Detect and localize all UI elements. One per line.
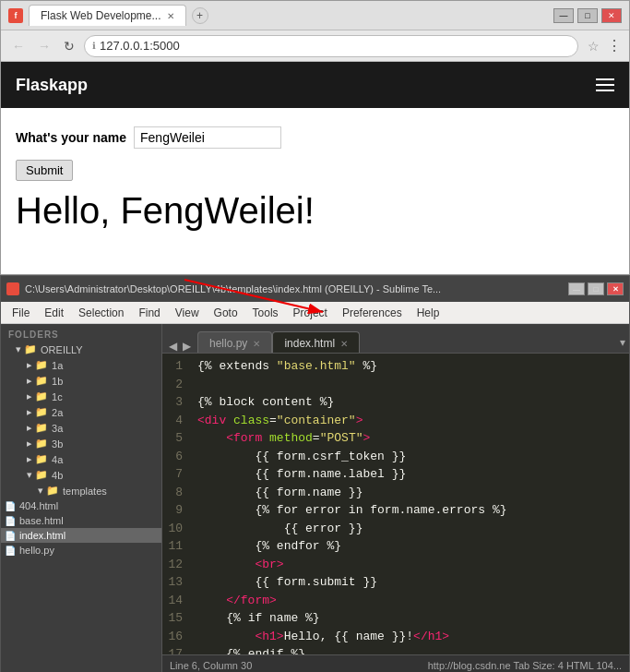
- menu-preferences[interactable]: Preferences: [335, 305, 410, 321]
- file-basehtml[interactable]: 📄 base.html: [1, 513, 161, 528]
- folder-3b[interactable]: ▸ 📁 3b: [1, 436, 161, 451]
- sublime-title: C:\Users\Administrator\Desktop\OREILLY\4…: [25, 283, 563, 294]
- menu-tools[interactable]: Tools: [245, 305, 286, 321]
- code-line-15: {% if name %}: [197, 609, 622, 628]
- folder-closed-icon: ▸ 📁: [27, 438, 48, 450]
- sublime-close[interactable]: ✕: [607, 282, 624, 295]
- reload-btn[interactable]: ↻: [60, 37, 78, 55]
- status-bar: Line 6, Column 30 http://blog.csdn.ne Ta…: [162, 654, 629, 672]
- hello-greeting: Hello, FengWeilei!: [16, 190, 614, 232]
- folder-1a[interactable]: ▸ 📁 1a: [1, 357, 161, 373]
- menu-help[interactable]: Help: [410, 305, 447, 321]
- browser-titlebar: f Flask Web Developme... ✕ + — □ ✕: [1, 1, 629, 30]
- folder-templates[interactable]: ▾ 📁 templates: [1, 483, 161, 498]
- file-indexhtml[interactable]: 📄 index.html: [1, 528, 161, 543]
- url-text: 127.0.0.1:5000: [100, 39, 180, 53]
- sublime-menubar: File Edit Selection Find View Goto Tools…: [1, 302, 629, 324]
- folder-closed-icon: ▸ 📁: [27, 453, 48, 465]
- more-icon[interactable]: ⋮: [607, 37, 622, 54]
- new-tab-btn[interactable]: +: [192, 7, 208, 24]
- line-numbers: 1 2 3 4 5 6 7 8 9 10 11 12 13 14 15 16 1: [162, 354, 190, 654]
- navbar: Flaskapp: [1, 62, 629, 108]
- tab-hellopy-label: hello.py: [209, 337, 247, 350]
- navbar-toggle[interactable]: [596, 78, 614, 91]
- sublime-minimize[interactable]: —: [568, 282, 585, 295]
- sublime-window: C:\Users\Administrator\Desktop\OREILLY\4…: [0, 275, 630, 672]
- address-bar-row: ← → ↻ ℹ 127.0.0.1:5000 ☆ ⋮: [1, 30, 629, 62]
- file-icon: 📄: [5, 516, 16, 526]
- file-hellopy[interactable]: 📄 hello.py: [1, 543, 161, 558]
- folder-3a[interactable]: ▸ 📁 3a: [1, 420, 161, 436]
- code-line-4: <div class="container">: [197, 412, 622, 430]
- maximize-btn[interactable]: □: [577, 8, 598, 23]
- address-bar[interactable]: ℹ 127.0.0.1:5000: [84, 35, 578, 57]
- browser-tab[interactable]: Flask Web Developme... ✕: [29, 5, 186, 26]
- folder-oreilly[interactable]: ▾ 📁 OREILLY: [1, 342, 161, 357]
- tab-prev-btn[interactable]: ◀: [166, 340, 180, 353]
- code-line-7: {{ form.name.label }}: [197, 465, 622, 484]
- file-404html[interactable]: 📄 404.html: [1, 498, 161, 513]
- close-btn[interactable]: ✕: [601, 8, 622, 23]
- folder-1b[interactable]: ▸ 📁 1b: [1, 373, 161, 389]
- submit-button[interactable]: Submit: [16, 160, 73, 181]
- back-btn[interactable]: ←: [8, 37, 29, 55]
- tab-indexhtml-close[interactable]: ✕: [340, 339, 348, 349]
- navbar-brand: Flaskapp: [16, 76, 88, 95]
- folder-closed-icon: ▸ 📁: [27, 390, 48, 402]
- folders-header: FOLDERS: [1, 324, 161, 342]
- menu-goto[interactable]: Goto: [207, 305, 245, 321]
- folder-closed-icon: ▸ 📁: [27, 406, 48, 418]
- folder-closed-icon: ▸ 📁: [27, 422, 48, 434]
- code-line-6: {{ form.csrf_token }}: [197, 448, 622, 466]
- menu-view[interactable]: View: [168, 305, 207, 321]
- folder-open-icon: ▾ 📁: [27, 469, 48, 481]
- status-position: Line 6, Column 30: [170, 660, 419, 671]
- code-line-9: {% for error in form.name.errors %}: [197, 501, 622, 520]
- window-controls: — □ ✕: [553, 8, 622, 23]
- name-input[interactable]: [134, 126, 281, 149]
- menu-project[interactable]: Project: [286, 305, 335, 321]
- code-line-13: {{ form.submit }}: [197, 573, 622, 592]
- sublime-titlebar: C:\Users\Administrator\Desktop\OREILLY\4…: [1, 276, 629, 302]
- code-line-14: </form>: [197, 592, 622, 610]
- bookmark-icon[interactable]: ☆: [588, 39, 600, 54]
- tab-dropdown-btn[interactable]: ▾: [616, 332, 629, 353]
- tab-hellopy[interactable]: hello.py ✕: [197, 331, 272, 353]
- name-form-row: What's your name: [16, 126, 614, 149]
- menu-selection[interactable]: Selection: [71, 305, 131, 321]
- file-icon: 📄: [5, 531, 16, 541]
- code-line-16: <h1>Hello, {{ name }}!</h1>: [197, 628, 622, 646]
- tab-close-btn[interactable]: ✕: [167, 11, 174, 21]
- code-content: {% extends "base.html" %} {% block conte…: [190, 354, 629, 654]
- sublime-maximize[interactable]: □: [588, 282, 604, 295]
- code-area[interactable]: 1 2 3 4 5 6 7 8 9 10 11 12 13 14 15 16 1: [162, 354, 629, 654]
- code-line-17: {% endif %}: [197, 645, 622, 654]
- folder-4a[interactable]: ▸ 📁 4a: [1, 451, 161, 467]
- form-label: What's your name: [16, 130, 126, 145]
- code-line-8: {{ form.name }}: [197, 484, 622, 502]
- code-line-12: <br>: [197, 556, 622, 574]
- sublime-favicon: [6, 282, 19, 295]
- browser-favicon: f: [8, 8, 23, 23]
- code-line-2: [197, 376, 622, 394]
- tab-title: Flask Web Developme...: [41, 9, 161, 22]
- forward-btn[interactable]: →: [34, 37, 54, 55]
- tab-indexhtml[interactable]: index.html ✕: [272, 331, 360, 353]
- flask-app: Flaskapp What's your name Submit Hello, …: [1, 62, 629, 274]
- status-info: http://blog.csdn.ne Tab Size: 4 HTML 104…: [428, 660, 622, 671]
- folder-closed-icon: ▸ 📁: [27, 359, 48, 371]
- code-line-11: {% endfor %}: [197, 537, 622, 556]
- folder-1c[interactable]: ▸ 📁 1c: [1, 389, 161, 404]
- code-line-10: {{ error }}: [197, 520, 622, 538]
- menu-find[interactable]: Find: [131, 305, 167, 321]
- folder-4b[interactable]: ▾ 📁 4b: [1, 467, 161, 483]
- tab-hellopy-close[interactable]: ✕: [253, 339, 260, 349]
- tab-next-btn[interactable]: ▶: [180, 340, 194, 353]
- folder-2a[interactable]: ▸ 📁 2a: [1, 404, 161, 420]
- menu-edit[interactable]: Edit: [37, 305, 71, 321]
- menu-file[interactable]: File: [5, 305, 37, 321]
- editor-area: ◀ ▶ hello.py ✕ index.html ✕ ▾ 1 2 3: [162, 324, 629, 672]
- tab-bar: ◀ ▶ hello.py ✕ index.html ✕ ▾: [162, 324, 629, 354]
- browser-window: f Flask Web Developme... ✕ + — □ ✕ ← → ↻…: [0, 0, 630, 275]
- minimize-btn[interactable]: —: [553, 8, 574, 23]
